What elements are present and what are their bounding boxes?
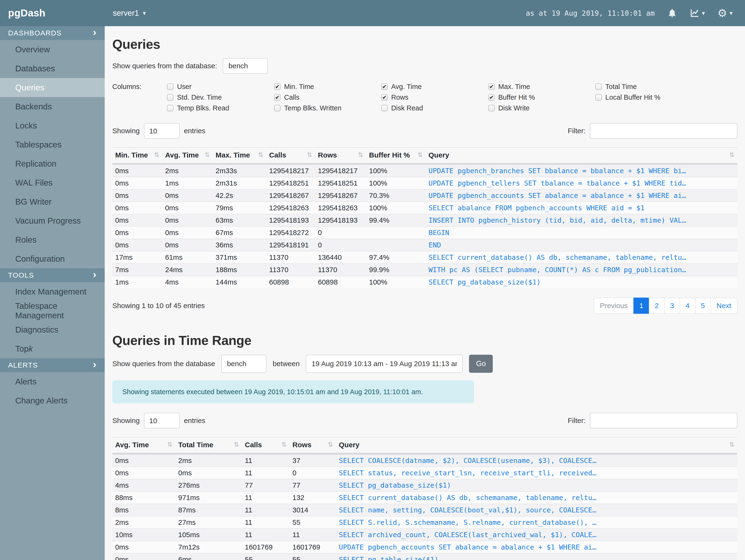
- sidebar-item-alerts[interactable]: Alerts: [0, 372, 105, 391]
- checkbox-temp-blks-read[interactable]: [167, 105, 173, 111]
- showing-entries-text: Showing 1 to 10 of 45 entries: [112, 302, 205, 310]
- column-toggle-std-dev-time: Std. Dev. Time: [167, 92, 274, 103]
- checkbox-calls[interactable]: [274, 94, 281, 101]
- column-header-query[interactable]: Query⇅: [336, 437, 737, 454]
- query-link[interactable]: SELECT pg_database_size($1): [336, 479, 737, 492]
- query-link[interactable]: UPDATE pgbench_tellers SET tbalance = tb…: [426, 177, 737, 189]
- query-link[interactable]: SELECT current_database() AS db, scheman…: [426, 251, 737, 264]
- checkbox-disk-write[interactable]: [488, 105, 495, 111]
- sidebar-item-overview[interactable]: Overview: [0, 40, 105, 59]
- checkbox-buffer-hit[interactable]: [488, 94, 495, 101]
- column-header-min-time[interactable]: Min. Time⇅: [112, 147, 162, 164]
- checkbox-disk-read[interactable]: [381, 105, 388, 111]
- pagination-page-3[interactable]: 3: [664, 298, 680, 314]
- time-range-input[interactable]: [306, 355, 463, 373]
- sidebar-item-configuration[interactable]: Configuration: [0, 249, 105, 268]
- pagination-page-5[interactable]: 5: [695, 298, 711, 314]
- database-input-2[interactable]: [221, 355, 266, 373]
- column-header-avg-time[interactable]: Avg. Time⇅: [162, 147, 213, 164]
- column-header-query[interactable]: Query⇅: [426, 147, 737, 164]
- column-header-total-time[interactable]: Total Time⇅: [175, 437, 242, 454]
- sidebar-section-tools[interactable]: TOOLS›: [0, 268, 105, 282]
- pagination-page-1[interactable]: 1: [634, 298, 649, 314]
- sidebar-item-tablespaces[interactable]: Tablespaces: [0, 135, 105, 154]
- sidebar-section-label: ALERTS: [8, 361, 38, 369]
- pagination-page-4[interactable]: 4: [680, 298, 695, 314]
- sidebar-item-bg-writer[interactable]: BG Writer: [0, 192, 105, 211]
- notifications-button[interactable]: [667, 8, 677, 18]
- checkbox-std-dev-time[interactable]: [167, 94, 173, 101]
- sidebar-item-databases[interactable]: Databases: [0, 59, 105, 78]
- sidebar-item-change-alerts[interactable]: Change Alerts: [0, 391, 105, 410]
- query-link[interactable]: SELECT pg_table_size($1): [336, 553, 737, 560]
- table-cell: 0ms: [162, 214, 213, 227]
- checkbox-max-time[interactable]: [488, 84, 495, 90]
- filter-input[interactable]: [590, 123, 737, 139]
- column-header-max-time[interactable]: Max. Time⇅: [213, 147, 266, 164]
- query-link[interactable]: SELECT name, setting, COALESCE(boot_val,…: [336, 504, 737, 516]
- table-row: 0ms0ms110SELECT status, receive_start_ls…: [112, 467, 737, 479]
- checkbox-avg-time[interactable]: [381, 84, 388, 90]
- query-link[interactable]: SELECT COALESCE(datname, $2), COALESCE(u…: [336, 454, 737, 467]
- checkbox-rows[interactable]: [381, 94, 388, 101]
- checkbox-min-time[interactable]: [274, 84, 281, 90]
- sidebar-item-queries[interactable]: Queries: [0, 78, 105, 97]
- column-header-avg-time[interactable]: Avg. Time⇅: [112, 437, 175, 454]
- query-link[interactable]: END: [426, 239, 737, 251]
- time-range-queries-table: Avg. Time⇅Total Time⇅Calls⇅Rows⇅Query⇅0m…: [112, 437, 737, 560]
- go-button[interactable]: Go: [469, 355, 493, 373]
- checkbox-temp-blks-written[interactable]: [274, 105, 281, 111]
- entries-select[interactable]: 10: [144, 123, 180, 139]
- table-cell: 1ms: [162, 177, 213, 189]
- server-selector[interactable]: server1 ▾: [113, 8, 146, 18]
- query-link[interactable]: SELECT S.relid, S.schemaname, S.relname,…: [336, 516, 737, 529]
- sidebar-item-backends[interactable]: Backends: [0, 97, 105, 116]
- sidebar-item-wal-files[interactable]: WAL Files: [0, 173, 105, 192]
- main-content: Queries Show queries from the database: …: [105, 26, 745, 560]
- time-range-alert: Showing statements executed between 19 A…: [112, 381, 474, 403]
- query-link[interactable]: SELECT archived_count, COALESCE(last_arc…: [336, 529, 737, 541]
- table1-footer-row: Showing 1 to 10 of 45 entries Previous12…: [112, 298, 737, 314]
- query-link[interactable]: UPDATE pgbench_branches SET bbalance = b…: [426, 164, 737, 177]
- sidebar-item-index-management[interactable]: Index Management: [0, 282, 105, 301]
- sidebar-item-roles[interactable]: Roles: [0, 230, 105, 249]
- pagination-page-2[interactable]: 2: [649, 298, 665, 314]
- entries-select[interactable]: 10: [144, 413, 180, 428]
- checkbox-local-buffer-hit[interactable]: [595, 94, 602, 101]
- sidebar-section-dashboards[interactable]: DASHBOARDS›: [0, 26, 105, 40]
- sidebar-item-top-k[interactable]: Top k: [0, 339, 105, 358]
- database-input[interactable]: [223, 58, 268, 74]
- time-range-table-mount: Avg. Time⇅Total Time⇅Calls⇅Rows⇅Query⇅0m…: [112, 437, 737, 560]
- query-link[interactable]: WITH pc AS (SELECT pubname, COUNT(*) AS …: [426, 264, 737, 276]
- charts-menu-button[interactable]: ▾: [689, 8, 705, 18]
- query-link[interactable]: SELECT current_database() AS db, scheman…: [336, 492, 737, 504]
- column-header-rows[interactable]: Rows⇅: [315, 147, 366, 164]
- table-row: 8ms87ms113014SELECT name, setting, COALE…: [112, 504, 737, 516]
- filter-input[interactable]: [590, 413, 737, 428]
- sort-icon: ⇅: [328, 441, 333, 449]
- query-link[interactable]: UPDATE pgbench_accounts SET abalance = a…: [336, 541, 737, 553]
- sidebar-item-vacuum-progress[interactable]: Vacuum Progress: [0, 211, 105, 230]
- sidebar-item-locks[interactable]: Locks: [0, 116, 105, 135]
- checkbox-user[interactable]: [167, 84, 173, 90]
- sidebar-item-tablespace-management[interactable]: Tablespace Management: [0, 301, 105, 320]
- pagination-next[interactable]: Next: [710, 298, 737, 314]
- sidebar-item-replication[interactable]: Replication: [0, 154, 105, 173]
- pagination-previous[interactable]: Previous: [594, 298, 634, 314]
- query-link[interactable]: INSERT INTO pgbench_history (tid, bid, a…: [426, 214, 737, 227]
- app-logo[interactable]: pgDash: [0, 7, 105, 19]
- query-link[interactable]: SELECT abalance FROM pgbench_accounts WH…: [426, 202, 737, 214]
- sidebar-item-diagnostics[interactable]: Diagnostics: [0, 320, 105, 339]
- query-link[interactable]: SELECT pg_database_size($1): [426, 276, 737, 288]
- query-link[interactable]: UPDATE pgbench_accounts SET abalance = a…: [426, 189, 737, 202]
- column-header-calls[interactable]: Calls⇅: [266, 147, 315, 164]
- column-header-rows[interactable]: Rows⇅: [290, 437, 336, 454]
- query-link[interactable]: BEGIN: [426, 227, 737, 239]
- column-header-calls[interactable]: Calls⇅: [242, 437, 290, 454]
- column-header-buffer-hit[interactable]: Buffer Hit %⇅: [366, 147, 426, 164]
- table-cell: 1295418251: [315, 177, 366, 189]
- sidebar-section-alerts[interactable]: ALERTS›: [0, 358, 105, 372]
- checkbox-total-time[interactable]: [595, 84, 602, 90]
- settings-menu-button[interactable]: ⚙ ▾: [717, 8, 733, 19]
- query-link[interactable]: SELECT status, receive_start_lsn, receiv…: [336, 467, 737, 479]
